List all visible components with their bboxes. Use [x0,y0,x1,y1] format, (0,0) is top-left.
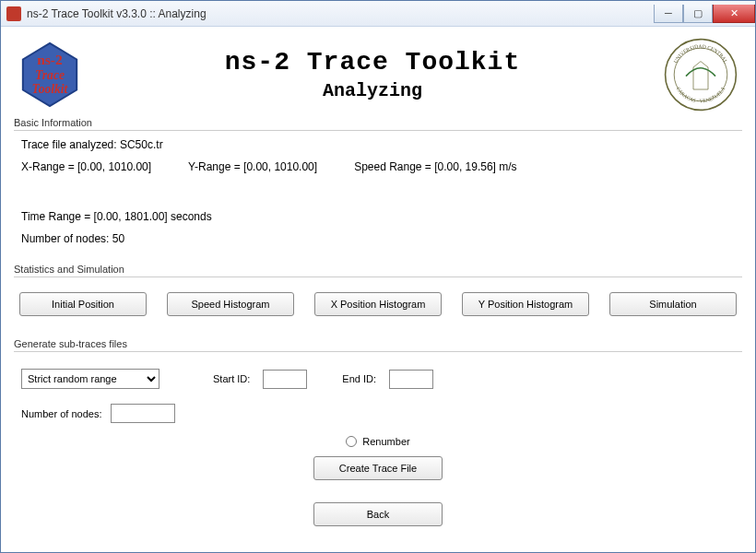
app-logo: ns-2 Trace Toolkit [14,41,86,108]
trace-file-text: Trace file analyzed: SC50c.tr [21,138,735,151]
university-seal: UNIVERSIDAD CENTRAL CARACAS - VENEZUELA [659,38,742,112]
back-button[interactable]: Back [313,502,443,526]
time-range-text: Time Range = [0.00, 1801.00] seconds [21,210,212,223]
basic-info-label: Basic Information [14,117,742,128]
y-range-text: Y-Range = [0.00, 1010.00] [188,160,317,173]
speed-range-text: Speed Range = [0.00, 19.56] m/s [354,160,516,173]
speed-histogram-button[interactable]: Speed Histogram [167,292,294,316]
num-nodes-label: Number of nodes: [21,408,101,419]
minimize-button[interactable]: ─ [654,5,683,23]
svg-text:ns-2: ns-2 [37,52,63,67]
titlebar: ns-2 Trace Toolkit v3.3.0 :: Analyzing ─… [1,1,755,27]
title-block: ns-2 Trace Toolkit Analyzing [86,48,659,101]
start-id-label: Start ID: [213,373,250,384]
divider [14,276,742,277]
renumber-label: Renumber [362,436,409,447]
end-id-input[interactable] [389,370,433,389]
svg-text:Toolkit: Toolkit [32,82,69,96]
end-id-label: End ID: [342,373,376,384]
subtrace-block: Strict random range Start ID: End ID: Nu… [14,359,742,526]
header-row: ns-2 Trace Toolkit ns-2 Trace Toolkit An… [14,36,742,113]
x-range-text: X-Range = [0.00, 1010.00] [21,160,151,173]
maximize-button[interactable]: ▢ [683,5,713,23]
create-trace-file-button[interactable]: Create Trace File [313,456,443,480]
divider [14,130,742,131]
subtrace-label: Generate sub-traces files [14,338,742,349]
num-nodes-text: Number of nodes: 50 [21,232,735,245]
x-position-histogram-button[interactable]: X Position Histogram [314,292,442,316]
page-subtitle: Analyzing [86,80,659,101]
mode-select[interactable]: Strict random range [21,369,159,389]
y-position-histogram-button[interactable]: Y Position Histogram [462,292,589,316]
stats-label: Statistics and Simulation [14,264,742,275]
divider [14,351,742,352]
app-icon [6,6,21,21]
start-id-input[interactable] [263,370,307,389]
stats-button-row: Initial Position Speed Histogram X Posit… [14,285,742,329]
initial-position-button[interactable]: Initial Position [19,292,147,316]
window-controls: ─ ▢ ✕ [654,5,755,23]
page-title: ns-2 Trace Toolkit [86,48,659,76]
app-window: ns-2 Trace Toolkit v3.3.0 :: Analyzing ─… [0,0,756,553]
basic-info-block: Trace file analyzed: SC50c.tr X-Range = … [14,138,742,251]
close-button[interactable]: ✕ [713,5,755,23]
num-nodes-input[interactable] [111,404,175,423]
content-area: ns-2 Trace Toolkit ns-2 Trace Toolkit An… [1,27,755,552]
window-title: ns-2 Trace Toolkit v3.3.0 :: Analyzing [27,7,654,20]
renumber-radio[interactable] [346,436,357,447]
svg-text:Trace: Trace [35,68,65,82]
simulation-button[interactable]: Simulation [609,292,737,316]
